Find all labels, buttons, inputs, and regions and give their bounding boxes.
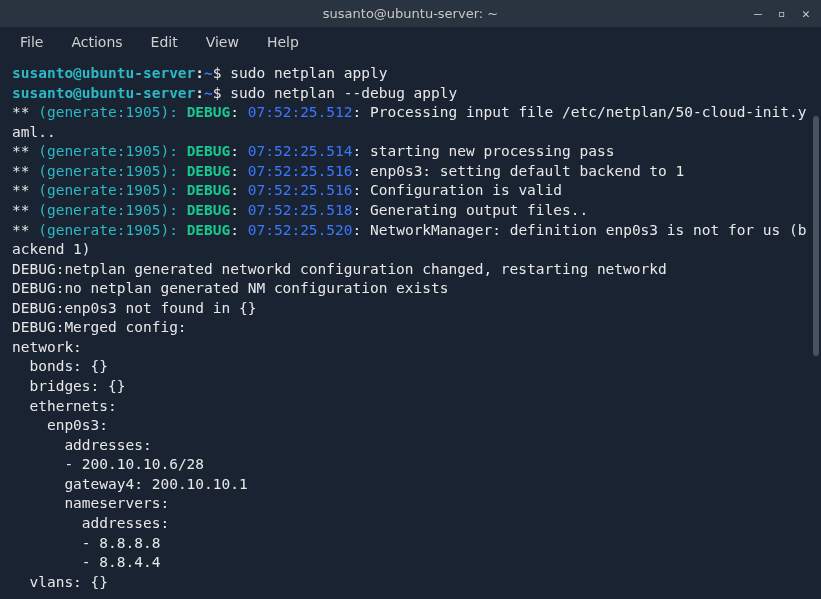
debug-label: DEBUG (187, 222, 231, 238)
stars: ** (12, 104, 29, 120)
prompt-colon: : (195, 65, 204, 81)
minimize-icon[interactable]: — (751, 6, 765, 21)
maximize-icon[interactable]: ▫ (775, 6, 789, 21)
debug-msg: enp0s3: setting default backend to 1 (370, 163, 684, 179)
output-line: nameservers: (12, 494, 809, 514)
output-line: addresses: (12, 436, 809, 456)
window-title: susanto@ubuntu-server: ~ (323, 6, 498, 21)
prompt-symbol: $ (213, 85, 222, 101)
debug-label: DEBUG (187, 163, 231, 179)
menu-edit[interactable]: Edit (139, 30, 190, 54)
output-line: DEBUG:enp0s3 not found in {} (12, 299, 809, 319)
debug-line: ** (generate:1905): DEBUG: 07:52:25.520:… (12, 221, 809, 260)
titlebar: susanto@ubuntu-server: ~ — ▫ ✕ (0, 0, 821, 28)
prompt-symbol: $ (213, 65, 222, 81)
scrollbar[interactable] (813, 116, 819, 356)
output-line: - 8.8.4.4 (12, 553, 809, 573)
output-line: vlans: {} (12, 573, 809, 593)
timestamp: 07:52:25.518 (248, 202, 353, 218)
output-line: bonds: {} (12, 357, 809, 377)
generate-tag: (generate:1905): (38, 222, 178, 238)
output-line: - 200.10.10.6/28 (12, 455, 809, 475)
terminal-content[interactable]: susanto@ubuntu-server:~$ sudo netplan ap… (0, 56, 821, 599)
menu-actions[interactable]: Actions (59, 30, 134, 54)
debug-label: DEBUG (187, 182, 231, 198)
debug-label: DEBUG (187, 143, 231, 159)
prompt-colon: : (195, 85, 204, 101)
debug-line: ** (generate:1905): DEBUG: 07:52:25.518:… (12, 201, 809, 221)
debug-line: ** (generate:1905): DEBUG: 07:52:25.516:… (12, 162, 809, 182)
prompt-user-host: susanto@ubuntu-server (12, 65, 195, 81)
output-line: DEBUG:netplan generated networkd configu… (12, 260, 809, 280)
debug-msg: Generating output files.. (370, 202, 588, 218)
debug-msg: starting new processing pass (370, 143, 614, 159)
debug-line: ** (generate:1905): DEBUG: 07:52:25.512:… (12, 103, 809, 142)
debug-msg: Configuration is valid (370, 182, 562, 198)
generate-tag: (generate:1905): (38, 163, 178, 179)
close-icon[interactable]: ✕ (799, 6, 813, 21)
prompt-line: susanto@ubuntu-server:~$ sudo netplan ap… (12, 64, 809, 84)
prompt-line: susanto@ubuntu-server:~$ sudo netplan --… (12, 84, 809, 104)
command-text: sudo netplan --debug apply (230, 85, 457, 101)
prompt-path: ~ (204, 85, 213, 101)
output-line: enp0s3: (12, 416, 809, 436)
window-controls: — ▫ ✕ (751, 6, 813, 21)
stars: ** (12, 163, 29, 179)
timestamp: 07:52:25.512 (248, 104, 353, 120)
stars: ** (12, 202, 29, 218)
output-line: bridges: {} (12, 377, 809, 397)
timestamp: 07:52:25.520 (248, 222, 353, 238)
generate-tag: (generate:1905): (38, 182, 178, 198)
timestamp: 07:52:25.514 (248, 143, 353, 159)
output-line: - 8.8.8.8 (12, 534, 809, 554)
menu-file[interactable]: File (8, 30, 55, 54)
output-line: addresses: (12, 514, 809, 534)
generate-tag: (generate:1905): (38, 143, 178, 159)
timestamp: 07:52:25.516 (248, 163, 353, 179)
debug-label: DEBUG (187, 104, 231, 120)
generate-tag: (generate:1905): (38, 202, 178, 218)
output-line: ethernets: (12, 397, 809, 417)
debug-line: ** (generate:1905): DEBUG: 07:52:25.516:… (12, 181, 809, 201)
prompt-path: ~ (204, 65, 213, 81)
output-line: DEBUG:Merged config: (12, 318, 809, 338)
stars: ** (12, 222, 29, 238)
debug-line: ** (generate:1905): DEBUG: 07:52:25.514:… (12, 142, 809, 162)
stars: ** (12, 143, 29, 159)
menubar: File Actions Edit View Help (0, 28, 821, 56)
output-line: network: (12, 338, 809, 358)
command-text: sudo netplan apply (230, 65, 387, 81)
menu-view[interactable]: View (194, 30, 251, 54)
prompt-user-host: susanto@ubuntu-server (12, 85, 195, 101)
output-line: DEBUG:no netplan generated NM configurat… (12, 279, 809, 299)
debug-label: DEBUG (187, 202, 231, 218)
menu-help[interactable]: Help (255, 30, 311, 54)
timestamp: 07:52:25.516 (248, 182, 353, 198)
output-line: gateway4: 200.10.10.1 (12, 475, 809, 495)
stars: ** (12, 182, 29, 198)
generate-tag: (generate:1905): (38, 104, 178, 120)
